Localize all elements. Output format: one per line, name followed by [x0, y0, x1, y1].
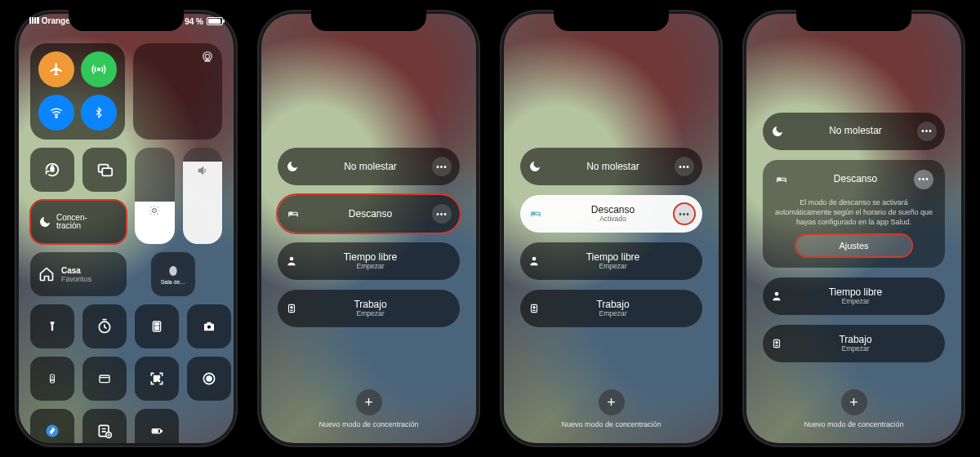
- svg-point-21: [51, 379, 52, 380]
- moon-icon: [771, 125, 794, 138]
- volume-slider[interactable]: [183, 148, 223, 244]
- shazam-button[interactable]: [30, 409, 74, 443]
- svg-point-1: [56, 116, 57, 118]
- wallpaper: Concen- tración Casa Fa: [19, 14, 234, 443]
- svg-point-40: [290, 257, 294, 261]
- focus-dnd-label: No molestar: [559, 162, 666, 172]
- airplay-icon[interactable]: [201, 50, 214, 63]
- svg-rect-27: [158, 376, 160, 379]
- focus-item-dnd[interactable]: No molestar •••: [763, 113, 945, 150]
- timer-button[interactable]: [82, 304, 127, 348]
- wallet-button[interactable]: [82, 357, 127, 401]
- svg-point-42: [291, 307, 292, 308]
- more-button-highlighted[interactable]: •••: [675, 204, 694, 224]
- focus-sleep-info-panel: Descanso ••• El modo de descanso se acti…: [763, 160, 945, 268]
- new-focus-label: Nuevo modo de concentración: [318, 420, 418, 428]
- panel-description: El modo de descanso se activará automáti…: [774, 197, 933, 227]
- low-power-toggle[interactable]: [135, 409, 179, 443]
- svg-point-48: [776, 342, 777, 344]
- more-button[interactable]: •••: [432, 204, 452, 224]
- svg-point-13: [156, 326, 157, 327]
- new-focus-button[interactable]: +: [841, 389, 867, 415]
- moon-icon: [528, 160, 551, 173]
- panel-title: Descanso: [805, 174, 906, 184]
- svg-point-17: [158, 329, 158, 330]
- focus-item-personal[interactable]: Tiempo libreEmpezar: [763, 277, 945, 315]
- wifi-toggle[interactable]: [38, 95, 74, 131]
- screen-record-button[interactable]: [187, 357, 231, 401]
- focus-item-sleep-active[interactable]: Descanso Activado •••: [520, 195, 702, 233]
- focus-sleep-active-sub: Activado: [559, 215, 666, 223]
- svg-point-7: [153, 209, 157, 213]
- svg-point-16: [156, 329, 157, 330]
- signal-icon: [29, 17, 39, 24]
- svg-point-43: [532, 257, 537, 261]
- focus-item-personal[interactable]: Tiempo libreEmpezar: [278, 242, 460, 280]
- new-focus-button[interactable]: +: [599, 389, 625, 415]
- focus-free-label: Tiempo libre: [559, 252, 666, 263]
- focus-item-personal[interactable]: Tiempo libreEmpezar: [520, 242, 702, 280]
- svg-rect-6: [102, 168, 112, 175]
- homepod-icon: [167, 264, 180, 277]
- focus-sleep-label: Descanso: [317, 209, 424, 220]
- focus-work-label: Trabajo: [317, 299, 424, 310]
- orientation-lock-toggle[interactable]: [30, 148, 74, 192]
- focus-item-work[interactable]: TrabajoEmpezar: [520, 290, 702, 327]
- more-button[interactable]: •••: [917, 122, 937, 141]
- more-button[interactable]: •••: [675, 157, 694, 176]
- svg-point-24: [53, 380, 54, 381]
- cellular-data-toggle[interactable]: [81, 51, 117, 87]
- home-sub: Favoritos: [61, 275, 91, 283]
- focus-item-dnd[interactable]: No molestar •••: [278, 148, 460, 185]
- svg-rect-11: [154, 323, 158, 325]
- apple-tv-remote-button[interactable]: [30, 357, 74, 401]
- battery-pct: 94 %: [185, 17, 203, 26]
- focus-item-sleep[interactable]: Descanso •••: [278, 195, 460, 233]
- screen-mirroring-button[interactable]: [82, 148, 127, 192]
- svg-point-23: [51, 380, 52, 381]
- qr-scanner-button[interactable]: [135, 357, 179, 401]
- focus-item-work[interactable]: TrabajoEmpezar: [763, 325, 945, 362]
- svg-point-15: [154, 329, 155, 330]
- new-focus-label: Nuevo modo de concentración: [561, 420, 661, 428]
- calculator-button[interactable]: [135, 304, 179, 348]
- svg-rect-30: [158, 380, 159, 381]
- bed-icon: [774, 174, 797, 185]
- focus-item-work[interactable]: TrabajoEmpezar: [278, 290, 460, 327]
- notch: [796, 10, 912, 31]
- badge-icon: [286, 302, 309, 315]
- now-playing-block[interactable]: [133, 43, 222, 140]
- collapse-button[interactable]: •••: [914, 170, 933, 189]
- phone-4-focus-expanded: No molestar ••• Descanso ••• El modo de …: [742, 10, 965, 447]
- homepod-tile[interactable]: Sala de…: [151, 252, 195, 296]
- svg-point-14: [158, 326, 158, 327]
- home-title: Casa: [61, 266, 91, 275]
- more-button[interactable]: •••: [432, 157, 452, 176]
- new-focus-button[interactable]: +: [356, 389, 382, 415]
- notes-button[interactable]: [82, 409, 127, 443]
- focus-toggle[interactable]: Concen- tración: [30, 200, 127, 244]
- brightness-slider[interactable]: [135, 148, 175, 244]
- svg-point-20: [52, 377, 53, 378]
- new-focus-label: Nuevo modo de concentración: [804, 420, 903, 428]
- camera-button[interactable]: [187, 304, 231, 348]
- wallpaper: No molestar ••• Descanso ••• Tiempo libr…: [261, 14, 476, 443]
- phone-1-control-center: Concen- tración Casa Fa: [15, 10, 238, 447]
- svg-point-18: [207, 326, 211, 329]
- flashlight-toggle[interactable]: [30, 304, 74, 348]
- badge-icon: [528, 302, 551, 315]
- airplane-mode-toggle[interactable]: [38, 51, 74, 87]
- person-icon: [286, 255, 309, 268]
- home-tile[interactable]: Casa Favoritos: [30, 252, 127, 296]
- settings-button[interactable]: Ajustes: [796, 235, 911, 256]
- focus-item-dnd[interactable]: No molestar •••: [520, 148, 702, 185]
- badge-icon: [771, 337, 794, 350]
- phone-3-focus-active: No molestar ••• Descanso Activado ••• Ti…: [500, 10, 723, 447]
- svg-rect-28: [154, 379, 157, 382]
- focus-label: Concen- tración: [56, 214, 87, 231]
- moon-icon: [38, 215, 51, 228]
- bluetooth-toggle[interactable]: [81, 95, 117, 131]
- focus-sleep-label: Descanso: [559, 205, 666, 215]
- moon-icon: [286, 160, 309, 173]
- bed-icon: [286, 208, 309, 220]
